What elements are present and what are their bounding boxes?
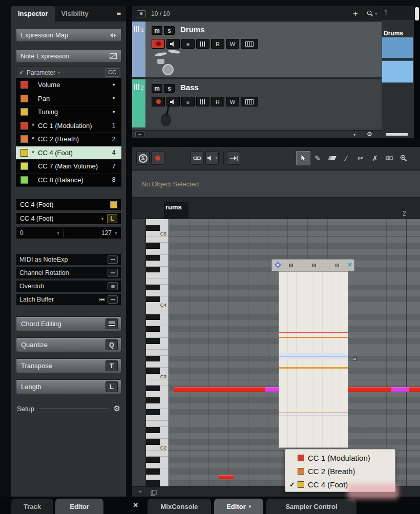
piano-keyboard[interactable]: C5C4C3C2 [146,219,169,486]
parameter-row-volume[interactable]: Volume• [16,78,121,92]
note-expression-overlay[interactable]: × ✂ [271,259,354,455]
piano-key[interactable] [146,457,169,463]
tab-editor[interactable]: Editor▾ [214,499,263,514]
link-button[interactable] [191,152,204,165]
piano-key[interactable] [146,267,169,273]
piano-key[interactable] [146,463,169,469]
piano-key[interactable] [146,475,169,481]
add-track-icon[interactable]: + [353,9,358,18]
solo-button[interactable]: s [164,84,175,93]
vertical-scrollbar[interactable] [414,6,420,138]
piano-key[interactable] [146,225,169,231]
parameter-row-cc-8-balance[interactable]: CC 8 (Balance)8 [16,174,121,187]
piano-key[interactable] [146,344,169,350]
parameter-row-cc-1-modulation[interactable]: *CC 1 (Modulation)1 [16,119,121,133]
piano-key[interactable] [146,480,169,486]
piano-key[interactable] [146,332,169,338]
piano-key[interactable] [146,368,169,374]
record-in-editor-button[interactable] [151,152,164,165]
piano-key[interactable] [146,409,169,415]
line-tool[interactable]: ∕ [339,151,353,165]
tab-inspector[interactable]: Inspector [11,6,55,22]
cc-selector-row[interactable]: CC 4 (Foot) ▾ L [16,212,121,225]
midi-note[interactable] [219,475,234,479]
max-spinner[interactable]: ▲▼ [115,231,117,235]
edit-channel-button[interactable]: e [181,97,195,106]
section-badge[interactable]: T [106,360,118,371]
piano-key[interactable] [146,243,169,249]
solo-button[interactable]: s [164,26,175,35]
monitor-button[interactable] [166,39,180,49]
acoustic-feedback-button[interactable]: ▾ [205,152,219,165]
project-overview[interactable]: 1 Drums [382,6,420,138]
tab-mixconsole[interactable]: MixConsole [148,499,211,514]
scrollbar-thumb[interactable] [415,7,419,20]
toggle-button[interactable] [108,255,118,264]
page-icon[interactable] [151,489,157,497]
diamond-handle[interactable] [275,262,281,268]
close-icon[interactable]: × [348,261,352,269]
chevron-down-icon[interactable]: ▾ [353,132,356,137]
midi-note-segment[interactable] [174,387,265,392]
read-automation-button[interactable]: R [211,97,224,106]
resize-handle[interactable] [353,357,356,361]
section-badge[interactable] [106,318,118,329]
expression-map-section[interactable]: Expression Map [16,28,121,42]
piano-key[interactable] [146,386,169,392]
piano-key[interactable] [146,427,169,433]
piano-key[interactable] [146,320,169,326]
parameter-row-cc-4-foot[interactable]: *CC 4 (Foot)4 [16,146,121,160]
mute-button[interactable]: m [152,26,162,35]
square-handle[interactable] [335,264,339,267]
piano-key[interactable] [146,285,169,291]
piano-key[interactable] [146,249,169,255]
mute-tool[interactable]: ✗ [368,151,382,165]
popup-item-cc-2-breath[interactable]: CC 2 (Breath) [285,464,395,478]
section-badge[interactable]: L [106,381,118,392]
piano-key[interactable]: C5 [146,231,169,237]
add-icon[interactable]: + [138,488,142,495]
piano-key[interactable] [146,415,169,421]
square-handle[interactable] [289,264,293,267]
piano-key[interactable] [146,326,169,332]
piano-key[interactable] [146,403,169,410]
write-automation-button[interactable]: W [226,39,239,49]
write-automation-button[interactable]: W [226,97,239,106]
scissors-icon[interactable]: ✂ [269,353,276,358]
piano-key[interactable] [146,261,169,267]
tab-visibility[interactable]: Visibility [55,6,95,22]
piano-key[interactable] [146,237,169,243]
latch-l-button[interactable]: L [107,214,117,223]
gear-icon[interactable]: ⚙ [367,131,372,138]
open-instrument-button[interactable] [196,97,209,106]
autoscroll-button[interactable] [227,152,240,165]
parameter-row-tuning[interactable]: Tuning• [16,105,121,119]
mute-button[interactable]: m [152,84,162,93]
midi-note-segment[interactable] [409,387,420,392]
piano-key[interactable] [146,255,169,261]
piano-key[interactable] [146,290,169,296]
toggle-button[interactable] [108,295,118,304]
record-enable-button[interactable] [152,39,165,49]
cc-display-row[interactable]: CC 4 (Foot) [16,199,121,211]
piano-key[interactable] [146,433,169,439]
draw-tool[interactable]: ✎ [310,151,325,165]
piano-key[interactable] [146,391,169,397]
piano-key[interactable]: C4 [146,302,169,308]
section-quantize[interactable]: QuantizeQ [16,337,121,352]
tab-editor-inspector[interactable]: Editor [55,499,103,514]
close-icon[interactable]: × [133,501,138,510]
zoom-out-button[interactable]: − [135,132,144,137]
gear-icon[interactable]: ⚙ [114,404,120,413]
editor-ruler[interactable]: rums 2 [132,198,420,219]
tab-track[interactable]: Track [11,499,53,514]
split-tool[interactable]: ✂ [353,151,368,165]
parameter-row-cc-2-breath[interactable]: *CC 2 (Breath)2 [16,133,121,146]
track-drums[interactable]: 1 m s Drums e R W [132,22,382,79]
setup-row[interactable]: Setup ⚙ [16,404,121,413]
parameter-table-header[interactable]: ✓ Parameter ▾ CC [16,67,121,78]
piano-key[interactable] [146,350,169,356]
popup-item-cc-1-modulation[interactable]: CC 1 (Modulation) [285,451,395,464]
edit-channel-button[interactable]: e [181,39,195,49]
section-chord-editing[interactable]: Chord Editing [16,316,121,331]
